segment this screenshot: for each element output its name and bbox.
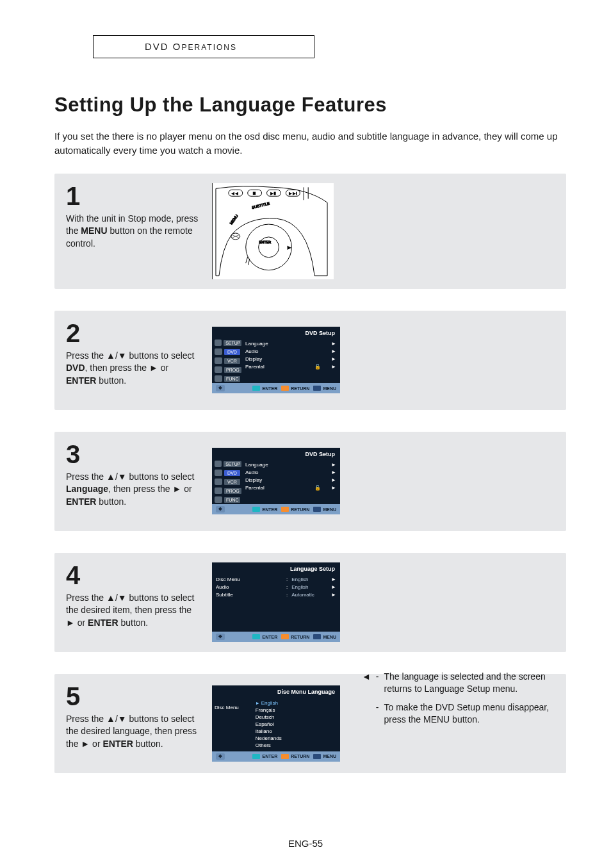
osd-side-prog: PROG xyxy=(224,367,241,373)
move-icon: ✥ xyxy=(216,385,225,391)
left-arrow-icon: ◄ xyxy=(362,671,371,695)
step-2-text: Press the ▲/▼ buttons to select DVD, the… xyxy=(66,350,200,388)
lock-icon: 🔓 xyxy=(314,485,321,491)
step-number: 3 xyxy=(66,441,200,467)
step-number: 4 xyxy=(66,562,200,588)
step-number: 5 xyxy=(66,684,200,709)
osd-row-display: Display► xyxy=(245,355,336,363)
remote-control-figure: ◄◄ ■ ►II ►►I SUBTITLE MENU ENTER ► xyxy=(212,183,334,279)
move-icon: ✥ xyxy=(216,753,225,760)
osd-footer: ✥ ENTER RETURN MENU xyxy=(212,632,340,642)
lang-english: ►English xyxy=(256,700,282,707)
svg-text:►: ► xyxy=(286,244,291,250)
clock-icon xyxy=(215,366,222,373)
move-icon: ✥ xyxy=(216,634,225,640)
osd-row-language: Language► xyxy=(245,461,336,468)
svg-text:■: ■ xyxy=(253,191,256,195)
osd-side-func: FUNC xyxy=(224,376,240,382)
osd-row-language: Language► xyxy=(245,340,336,347)
grid-icon xyxy=(215,496,222,503)
osd-title: DVD Setup xyxy=(212,448,340,459)
grid-icon xyxy=(215,375,222,382)
svg-text:◄◄: ◄◄ xyxy=(231,192,239,195)
osd-row-audio: Audio► xyxy=(245,347,336,355)
lang-espanol: Español xyxy=(256,721,282,728)
osd-disc-menu-language-figure: Disc Menu Language Disc Menu ►English Fr… xyxy=(212,684,340,764)
page-number: ENG-55 xyxy=(0,838,611,849)
osd-footer: ✥ ENTER RETURN MENU xyxy=(212,383,340,393)
svg-text:►►I: ►►I xyxy=(288,192,297,195)
osd-side-setup: SETUP xyxy=(224,340,241,346)
lang-others: Others xyxy=(256,742,282,749)
step-number: 1 xyxy=(66,183,200,209)
enter-label: ENTER xyxy=(259,240,272,243)
svg-point-8 xyxy=(246,224,292,270)
gear-icon xyxy=(215,340,222,346)
step-2: 2 Press the ▲/▼ buttons to select DVD, t… xyxy=(54,311,566,410)
osd-row-parental: Parental🔓► xyxy=(245,363,336,370)
step-3-text: Press the ▲/▼ buttons to select Language… xyxy=(66,471,200,509)
osd-row-parental: Parental🔓► xyxy=(245,484,336,491)
note-2: To make the DVD Setup menu disappear, pr… xyxy=(384,701,567,726)
tape-icon xyxy=(215,357,222,364)
osd-side-vcr: VCR xyxy=(224,358,240,364)
page-title: Setting Up the Language Features xyxy=(54,94,566,117)
osd-footer: ✥ ENTER RETURN MENU xyxy=(212,751,340,762)
lang-francais: Français xyxy=(256,707,282,714)
lock-icon: 🔓 xyxy=(314,364,321,370)
step-4-text: Press the ▲/▼ buttons to select the desi… xyxy=(66,592,200,630)
section-header-box: DVD OPERATIONS xyxy=(93,35,314,58)
step-1-text: With the unit in Stop mode, press the ME… xyxy=(66,213,200,250)
osd-title: Language Setup xyxy=(212,562,340,574)
osd-row-disc-menu: Disc Menu:English► xyxy=(215,575,338,583)
osd-title: Disc Menu Language xyxy=(212,685,340,697)
disc-icon xyxy=(215,470,222,476)
intro-paragraph: If you set the there is no player menu o… xyxy=(54,129,566,158)
move-icon: ✥ xyxy=(216,506,225,512)
tape-icon xyxy=(215,479,222,485)
disc-icon xyxy=(215,348,222,355)
side-notes: ◄ - The language is selected and the scr… xyxy=(362,671,567,732)
osd-row-subtitle: Subtitle:Automatic► xyxy=(215,591,338,598)
section-header: DVD OPERATIONS xyxy=(145,41,237,52)
osd-side-dvd: DVD xyxy=(224,349,240,355)
lang-nederlands: Nederlands xyxy=(256,735,282,742)
osd-footer: ✥ ENTER RETURN MENU xyxy=(212,504,340,514)
note-1: The language is selected and the screen … xyxy=(384,671,567,695)
lang-deutsch: Deutsch xyxy=(256,714,282,721)
osd-language-setup-figure: Language Setup Disc Menu:English► Audio:… xyxy=(212,562,340,643)
osd-row-display: Display► xyxy=(245,476,336,484)
gear-icon xyxy=(215,461,222,467)
osd-left-label: Disc Menu xyxy=(215,705,239,710)
step-3: 3 Press the ▲/▼ buttons to select Langua… xyxy=(54,432,566,531)
svg-text:►II: ►II xyxy=(270,192,277,195)
step-number: 2 xyxy=(66,320,200,346)
osd-row-audio: Audio:English► xyxy=(215,583,338,591)
lang-italiano: Italiano xyxy=(256,728,282,735)
step-5-text: Press the ▲/▼ buttons to select the desi… xyxy=(66,713,200,751)
osd-dvd-setup-figure-2: DVD Setup SETUP DVD VCR PROG FUNC Langua… xyxy=(212,441,340,521)
step-4: 4 Press the ▲/▼ buttons to select the de… xyxy=(54,553,566,652)
clock-icon xyxy=(215,487,222,494)
step-1: 1 With the unit in Stop mode, press the … xyxy=(54,174,566,289)
osd-title: DVD Setup xyxy=(212,327,340,338)
osd-row-audio: Audio► xyxy=(245,468,336,476)
osd-dvd-setup-figure: DVD Setup SETUP DVD VCR PROG FUNC Langua… xyxy=(212,320,340,400)
